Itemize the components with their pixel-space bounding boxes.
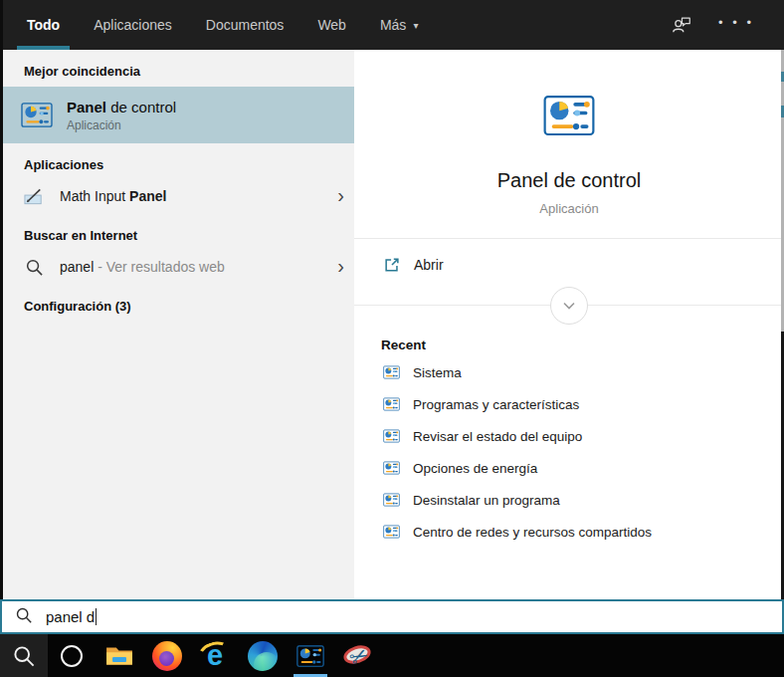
feedback-icon[interactable] [671, 14, 692, 36]
control-panel-icon [296, 644, 324, 668]
chevron-right-icon[interactable]: › [337, 185, 344, 208]
more-options-icon[interactable]: • • • [718, 15, 754, 36]
text-caret [96, 608, 97, 625]
open-label: Abrir [414, 257, 444, 273]
search-icon [15, 606, 33, 628]
search-filter-tabs: Todo Aplicaciones Documentos Web Más ▾ •… [0, 0, 784, 50]
chevron-down-icon: ▾ [413, 20, 418, 31]
best-match-header: Mejor coincidencia [3, 50, 354, 85]
taskbar-cortana-button[interactable] [48, 634, 96, 677]
web-search-header: Buscar en Internet [3, 214, 354, 249]
control-panel-icon [383, 429, 400, 443]
tab-web[interactable]: Web [307, 0, 356, 50]
cortana-icon [61, 645, 83, 667]
preview-subtitle: Aplicación [354, 201, 784, 238]
internet-explorer-icon: e [200, 641, 230, 671]
snipping-tool-icon: ✂ [341, 640, 375, 672]
file-explorer-icon [105, 644, 133, 668]
results-pane: Mejor coincidencia Panel de control Apli… [0, 50, 354, 599]
control-panel-icon [21, 102, 53, 128]
recent-item-revisar-estado[interactable]: Revisar el estado del equipo [354, 420, 784, 452]
open-action[interactable]: Abrir [354, 239, 784, 291]
control-panel-icon [383, 493, 400, 507]
taskbar: e ✂ [0, 634, 784, 677]
preview-pane: Panel de control Aplicación Abrir Recent… [354, 50, 784, 599]
preview-title: Panel de control [354, 169, 784, 192]
tab-todo[interactable]: Todo [17, 0, 70, 50]
taskbar-search-button[interactable] [0, 634, 48, 677]
control-panel-icon-large [543, 94, 595, 137]
apps-header: Aplicaciones [3, 143, 354, 178]
control-panel-icon [383, 461, 400, 475]
taskbar-file-explorer-button[interactable] [96, 634, 143, 677]
recent-item-desinstalar[interactable]: Desinstalar un programa [354, 484, 784, 516]
result-math-input-panel[interactable]: Math Input Panel › [3, 178, 354, 214]
recent-item-programas[interactable]: Programas y características [354, 388, 784, 420]
search-icon [12, 644, 36, 668]
control-panel-icon [383, 365, 400, 379]
result-web-search[interactable]: panel - Ver resultados web › [3, 249, 354, 285]
best-match-subtitle: Aplicación [67, 118, 176, 132]
search-icon [24, 257, 45, 278]
firefox-icon [152, 641, 182, 671]
tab-mas[interactable]: Más ▾ [370, 0, 428, 50]
expander-divider [354, 305, 784, 306]
recent-item-centro-redes[interactable]: Centro de redes y recursos compartidos [354, 516, 784, 548]
settings-header: Configuración (3) [3, 285, 354, 320]
open-external-icon [383, 256, 401, 274]
taskbar-snipping-tool-button[interactable]: ✂ [334, 634, 382, 677]
taskbar-internet-explorer-button[interactable]: e [191, 634, 239, 677]
chevron-down-icon [559, 296, 579, 316]
best-match-result[interactable]: Panel de control Aplicación [3, 87, 354, 143]
search-input[interactable]: panel d [46, 608, 95, 625]
search-box[interactable]: panel d [0, 599, 784, 634]
search-flyout: Todo Aplicaciones Documentos Web Más ▾ •… [0, 0, 784, 677]
best-match-title: Panel de control [67, 99, 176, 115]
chevron-right-icon[interactable]: › [337, 256, 344, 279]
taskbar-firefox-button[interactable] [143, 634, 191, 677]
tab-aplicaciones[interactable]: Aplicaciones [84, 0, 182, 50]
edge-icon [248, 641, 278, 671]
tab-documentos[interactable]: Documentos [196, 0, 294, 50]
expand-button[interactable] [550, 287, 588, 325]
recent-item-sistema[interactable]: Sistema [354, 356, 784, 388]
math-input-panel-icon [24, 186, 45, 207]
control-panel-icon [383, 397, 400, 411]
control-panel-icon [383, 525, 400, 539]
taskbar-edge-button[interactable] [239, 634, 287, 677]
taskbar-control-panel-button[interactable] [287, 634, 334, 677]
recent-item-opciones-energia[interactable]: Opciones de energía [354, 452, 784, 484]
